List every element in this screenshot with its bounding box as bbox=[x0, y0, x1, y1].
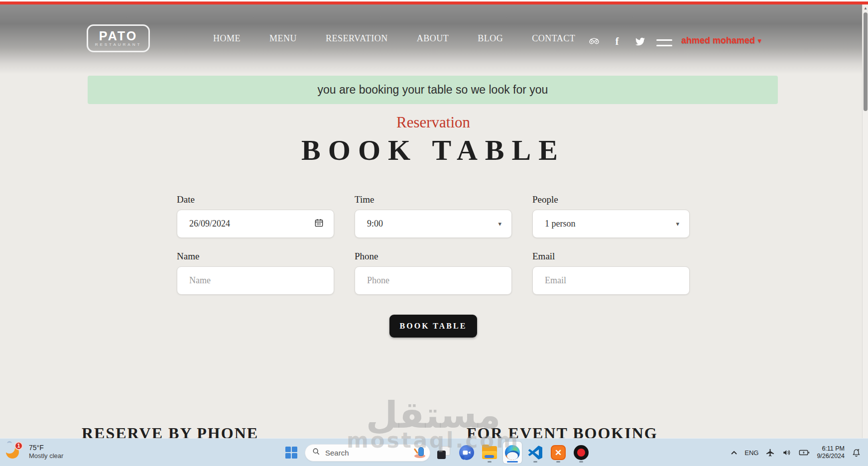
nav-item-contact[interactable]: CONTACT bbox=[532, 33, 575, 44]
name-input-value[interactable] bbox=[189, 267, 324, 294]
page-title: BOOK TABLE bbox=[0, 133, 867, 167]
chevron-down-icon: ▾ bbox=[498, 220, 501, 228]
hamburger-menu-icon[interactable] bbox=[656, 39, 672, 46]
chevron-down-icon: ▾ bbox=[758, 37, 761, 44]
active-running-indicator bbox=[507, 461, 518, 463]
tray-time: 6:11 PM bbox=[817, 445, 845, 453]
running-indicator bbox=[556, 461, 560, 463]
vscode-button[interactable] bbox=[526, 442, 545, 464]
weather-moon-icon: 1 bbox=[4, 442, 24, 462]
nav-item-menu[interactable]: MENU bbox=[269, 33, 297, 44]
user-account-menu[interactable]: ahmed mohamed ▾ bbox=[681, 35, 761, 46]
section-subtitle: Reservation bbox=[0, 114, 867, 131]
search-icon bbox=[312, 448, 320, 458]
notification-badge: 1 bbox=[14, 442, 23, 450]
nav-item-home[interactable]: HOME bbox=[213, 33, 241, 44]
windows-taskbar: 1 75°F Mostly clear Search bbox=[0, 438, 868, 466]
time-select[interactable]: 9:00 ▾ bbox=[355, 210, 512, 238]
calendar-icon[interactable] bbox=[314, 218, 324, 230]
battery-icon[interactable] bbox=[799, 449, 810, 457]
file-explorer-button[interactable] bbox=[480, 442, 499, 464]
date-label: Date bbox=[177, 194, 334, 205]
nav-item-blog[interactable]: BLOG bbox=[478, 33, 503, 44]
date-input[interactable] bbox=[177, 210, 334, 238]
airplane-mode-icon[interactable] bbox=[765, 448, 775, 458]
restaurant-logo[interactable]: PATO RESTAURANT bbox=[87, 24, 150, 52]
clock-widget[interactable]: 6:11 PM 9/26/2024 bbox=[817, 445, 845, 460]
start-button[interactable] bbox=[282, 442, 301, 464]
name-input[interactable] bbox=[177, 266, 334, 295]
screen-recorder-icon bbox=[574, 445, 589, 460]
windows-start-icon bbox=[285, 447, 297, 459]
phone-field: Phone bbox=[355, 251, 512, 295]
phone-label: Phone bbox=[355, 251, 512, 262]
phone-input[interactable] bbox=[355, 266, 512, 295]
name-field: Name bbox=[177, 251, 334, 295]
weather-condition: Mostly clear bbox=[29, 452, 63, 460]
file-explorer-icon bbox=[482, 446, 497, 459]
alert-text: you are booking your table so we look fo… bbox=[318, 83, 548, 97]
scrollbar-up-arrow[interactable]: ▲ bbox=[863, 5, 868, 11]
tripadvisor-icon[interactable] bbox=[589, 36, 600, 47]
screen-recorder-button[interactable] bbox=[572, 442, 591, 464]
book-table-button[interactable]: BOOK TABLE bbox=[389, 315, 477, 338]
weather-widget[interactable]: 1 75°F Mostly clear bbox=[4, 442, 63, 462]
xampp-icon: ✕ bbox=[551, 445, 566, 460]
user-name: ahmed mohamed bbox=[681, 35, 755, 46]
phone-input-value[interactable] bbox=[367, 267, 501, 294]
task-view-icon bbox=[437, 446, 450, 459]
people-select[interactable]: 1 person ▾ bbox=[532, 210, 690, 238]
running-indicator bbox=[533, 461, 537, 463]
chat-app-button[interactable] bbox=[457, 442, 476, 464]
people-field: People 1 person ▾ bbox=[532, 194, 690, 238]
xampp-button[interactable]: ✕ bbox=[549, 442, 568, 464]
time-label: Time bbox=[355, 194, 512, 205]
desktop-screen: PATO RESTAURANT HOME MENU RESERVATION AB… bbox=[0, 0, 868, 466]
running-indicator bbox=[579, 461, 583, 463]
system-tray: ENG 6:11 PM bbox=[731, 439, 861, 466]
notification-bell-icon[interactable] bbox=[852, 448, 861, 458]
name-label: Name bbox=[177, 251, 334, 262]
volume-icon[interactable] bbox=[782, 448, 792, 457]
facebook-icon[interactable]: f bbox=[612, 36, 622, 47]
social-links: f bbox=[589, 36, 645, 47]
search-highlights-icon[interactable] bbox=[414, 446, 427, 459]
chat-icon bbox=[459, 445, 474, 460]
email-label: Email bbox=[532, 251, 690, 262]
date-input-value[interactable] bbox=[189, 210, 314, 237]
twitter-icon[interactable] bbox=[634, 36, 645, 47]
search-placeholder: Search bbox=[325, 449, 409, 457]
edge-browser-button[interactable] bbox=[503, 442, 522, 464]
nav-item-about[interactable]: ABOUT bbox=[417, 33, 449, 44]
scrollbar-thumb[interactable] bbox=[864, 12, 868, 111]
chevron-down-icon: ▾ bbox=[676, 220, 679, 228]
logo-title: PATO bbox=[99, 30, 137, 42]
weather-temperature: 75°F bbox=[29, 444, 63, 452]
people-label: People bbox=[532, 194, 690, 205]
nav-item-reservation[interactable]: RESERVATION bbox=[326, 33, 388, 44]
language-indicator[interactable]: ENG bbox=[744, 449, 758, 457]
running-indicator bbox=[488, 461, 492, 463]
time-select-value: 9:00 bbox=[367, 219, 498, 229]
logo-subtitle: RESTAURANT bbox=[95, 42, 142, 47]
tray-date: 9/26/2024 bbox=[817, 453, 845, 460]
booking-form: Date Time bbox=[177, 194, 690, 295]
task-view-button[interactable] bbox=[434, 442, 453, 464]
booking-alert-banner: you are booking your table so we look fo… bbox=[88, 76, 778, 104]
taskbar-center: Search bbox=[282, 439, 591, 466]
tray-chevron-up-icon[interactable] bbox=[731, 450, 738, 455]
email-field: Email bbox=[532, 251, 690, 295]
email-input[interactable] bbox=[532, 266, 690, 295]
main-nav: HOME MENU RESERVATION ABOUT BLOG CONTACT bbox=[213, 33, 575, 44]
vscode-icon bbox=[528, 446, 542, 460]
time-field: Time 9:00 ▾ bbox=[355, 194, 512, 238]
taskbar-search[interactable]: Search bbox=[305, 444, 430, 462]
edge-icon bbox=[505, 445, 520, 460]
date-field: Date bbox=[177, 194, 334, 238]
email-input-value[interactable] bbox=[545, 267, 679, 294]
top-red-bar bbox=[0, 1, 868, 4]
people-select-value: 1 person bbox=[545, 219, 676, 229]
page-scrollbar[interactable]: ▲ bbox=[862, 4, 868, 438]
site-header: PATO RESTAURANT HOME MENU RESERVATION AB… bbox=[0, 4, 868, 74]
